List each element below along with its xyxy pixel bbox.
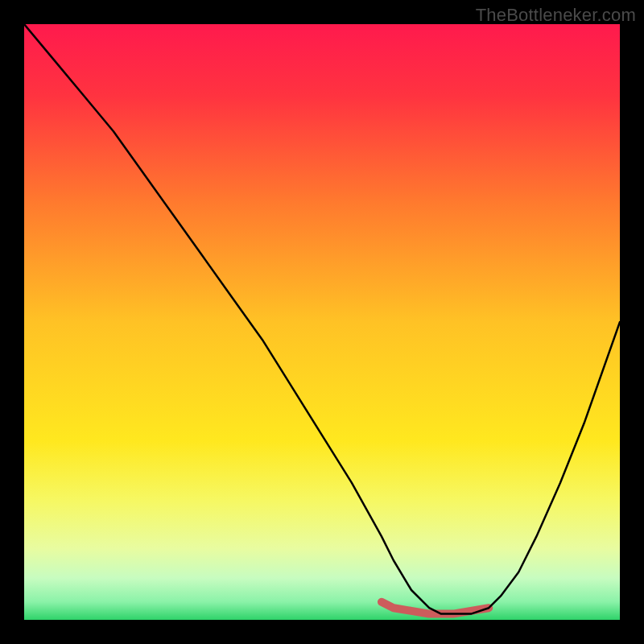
plot-area [24, 24, 620, 620]
curve-layer [24, 24, 620, 620]
optimal-band-path [382, 602, 489, 614]
chart-container: TheBottleneker.com [0, 0, 644, 644]
bottleneck-curve-path [24, 24, 620, 614]
watermark-text: TheBottleneker.com [476, 5, 636, 26]
